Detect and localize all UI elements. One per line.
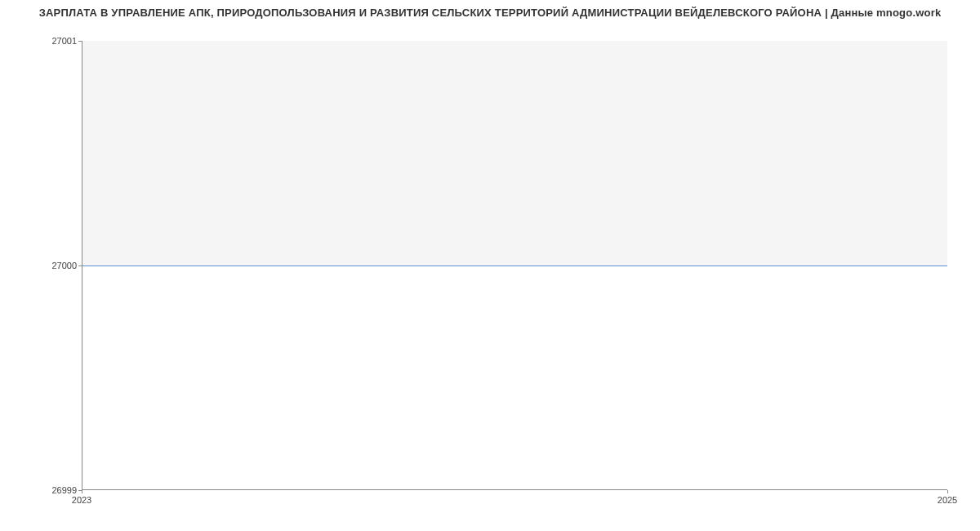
x-tick-mark	[82, 490, 82, 493]
salary-chart: ЗАРПЛАТА В УПРАВЛЕНИЕ АПК, ПРИРОДОПОЛЬЗО…	[0, 0, 980, 531]
y-tick-top: 27001	[3, 36, 77, 46]
plot-area	[82, 41, 947, 490]
y-tick-bottom: 26999	[3, 485, 77, 495]
y-tick-mid: 27000	[3, 261, 77, 270]
salary-line	[82, 266, 947, 266]
x-tick-left: 2023	[72, 495, 91, 505]
area-fill-below-line	[82, 266, 947, 490]
chart-title: ЗАРПЛАТА В УПРАВЛЕНИЕ АПК, ПРИРОДОПОЛЬЗО…	[0, 7, 980, 19]
x-tick-mark	[947, 490, 948, 493]
x-tick-right: 2025	[938, 495, 957, 505]
